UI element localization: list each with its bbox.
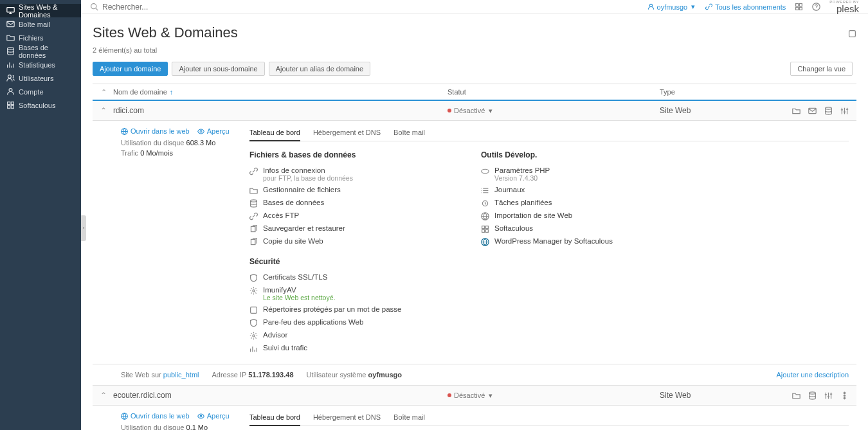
preview-link[interactable]: Aperçu (197, 412, 230, 420)
tab-hosting[interactable]: Hébergement et DNS (313, 412, 381, 426)
change-view-button[interactable]: Changer la vue (790, 62, 853, 76)
tool-waf[interactable]: Pare-feu des applications Web (249, 316, 442, 329)
add-alias-button[interactable]: Ajouter un alias de domaine (269, 62, 370, 76)
ext-icon[interactable] (795, 3, 803, 11)
tool-php-settings[interactable]: Paramètres PHPVersion 7.4.30 (481, 165, 674, 184)
tool-scheduled[interactable]: Tâches planifiées (481, 197, 674, 210)
sidebar-collapse-handle[interactable]: ‹ (81, 215, 86, 241)
tool-wp-manager[interactable]: WordPress Manager by Softaculous (481, 235, 674, 248)
files-icon[interactable] (792, 107, 800, 115)
add-domain-button[interactable]: Ajouter un domaine (93, 62, 168, 76)
domain-row[interactable]: ⌃ rdici.com Désactivé ▾ Site Web (93, 101, 856, 121)
sidebar-item-databases[interactable]: Bases de données (0, 44, 81, 58)
tab-dashboard[interactable]: Tableau de bord (249, 412, 300, 426)
search-input[interactable] (102, 3, 295, 12)
domain-name: ecouter.rdici.com (113, 391, 448, 400)
tool-connection-info[interactable]: Infos de connexionpour FTP, la base de d… (249, 165, 442, 184)
column-type[interactable]: Type (660, 88, 788, 96)
mail-icon[interactable] (808, 107, 817, 115)
collapse-icon[interactable]: ⌃ (100, 392, 107, 399)
tool-site-import[interactable]: Importation de site Web (481, 210, 674, 222)
sidebar-item-statistics[interactable]: Statistiques (0, 58, 81, 71)
tool-traffic-monitor[interactable]: Suivi du trafic (249, 342, 442, 355)
tool-file-manager[interactable]: Gestionnaire de fichiers (249, 184, 442, 197)
total-count: 2 élément(s) au total (93, 46, 856, 54)
sidebar-item-websites[interactable]: Sites Web & Domaines (0, 4, 81, 17)
tool-protected-dirs[interactable]: Répertoires protégés par un mot de passe (249, 303, 442, 316)
status-dot-icon (448, 393, 451, 397)
status-chip[interactable]: Désactivé ▾ (448, 107, 660, 114)
table-header: ⌃ Nom de domaine ↑ Statut Type (93, 84, 856, 101)
section-security-heading: Sécurité (249, 257, 442, 266)
tool-site-copy[interactable]: Copie du site Web (249, 235, 442, 248)
tool-backup[interactable]: Sauvegarder et restaurer (249, 222, 442, 235)
tab-dashboard[interactable]: Tableau de bord (249, 127, 300, 141)
topbar: oyfmusgo ▾ Tous les abonnements POWERED … (81, 0, 868, 14)
chevron-down-icon: ▾ (487, 107, 494, 114)
collapse-icon[interactable]: ⌃ (100, 107, 107, 114)
svg-point-20 (91, 4, 96, 9)
tool-softaculous[interactable]: Softaculous (481, 222, 674, 235)
brand-logo: POWERED BY plesk (829, 0, 859, 13)
sidebar: Sites Web & Domaines Boîte mail Fichiers… (0, 0, 81, 430)
sidebar-item-label: Bases de données (19, 44, 75, 59)
column-name[interactable]: Nom de domaine (113, 88, 167, 96)
sidebar-item-label: Fichiers (19, 34, 44, 42)
sidebar-item-account[interactable]: Compte (0, 85, 81, 98)
section-files-heading: Fichiers & bases de données (249, 150, 442, 159)
domain-detail: Ouvrir dans le web Aperçu Utilisation du… (93, 121, 856, 364)
expand-all-icon[interactable]: ⌃ (100, 89, 107, 96)
sidebar-item-label: Compte (19, 88, 44, 96)
domain-type: Site Web (660, 391, 788, 400)
add-description-link[interactable]: Ajouter une description (776, 371, 849, 379)
tool-ftp[interactable]: Accès FTP (249, 210, 442, 222)
sidebar-item-label: Statistiques (19, 61, 55, 69)
domain-name: rdici.com (113, 106, 448, 115)
sidebar-item-label: Sites Web & Domaines (19, 3, 75, 19)
preview-link[interactable]: Aperçu (197, 127, 230, 135)
section-dev-heading: Outils Dévelop. (481, 150, 674, 159)
subscriptions-link[interactable]: Tous les abonnements (705, 3, 786, 11)
search-icon (90, 3, 98, 11)
add-subdomain-button[interactable]: Ajouter un sous-domaine (172, 62, 264, 76)
sidebar-item-files[interactable]: Fichiers (0, 31, 81, 44)
database-icon[interactable] (824, 107, 833, 115)
tab-mail[interactable]: Boîte mail (393, 412, 425, 426)
sidebar-item-label: Softaculous (19, 102, 55, 109)
domain-footer: Site Web sur public_html Adresse IP 51.1… (93, 364, 856, 386)
tool-advisor[interactable]: Advisor (249, 329, 442, 342)
tab-hosting[interactable]: Hébergement et DNS (313, 127, 381, 141)
column-status[interactable]: Statut (448, 88, 660, 96)
tool-ssl[interactable]: Certificats SSL/TLS (249, 271, 442, 284)
database-icon[interactable] (808, 391, 817, 400)
sort-asc-icon: ↑ (170, 88, 174, 96)
more-icon[interactable] (840, 391, 849, 400)
sidebar-item-softaculous[interactable]: Softaculous (0, 98, 81, 112)
help-icon[interactable] (812, 3, 820, 11)
domain-detail: Ouvrir dans le web Aperçu Utilisation du… (93, 406, 856, 430)
sidebar-item-users[interactable]: Utilisateurs (0, 71, 81, 85)
sidebar-item-label: Utilisateurs (19, 75, 53, 82)
files-icon[interactable] (792, 391, 800, 400)
tool-imunify[interactable]: ImunifyAVLe site Web est nettoyé. (249, 284, 442, 303)
tool-logs[interactable]: Journaux (481, 184, 674, 197)
settings-icon[interactable] (840, 107, 849, 115)
open-web-link[interactable]: Ouvrir dans le web (121, 127, 190, 135)
tab-mail[interactable]: Boîte mail (393, 127, 425, 141)
settings-icon[interactable] (824, 391, 833, 400)
chevron-down-icon: ▾ (690, 4, 696, 10)
tool-databases[interactable]: Bases de données (249, 197, 442, 210)
sidebar-item-mail[interactable]: Boîte mail (0, 17, 81, 31)
chevron-down-icon: ▾ (487, 392, 494, 399)
layout-toggle-icon[interactable] (848, 30, 856, 38)
open-web-link[interactable]: Ouvrir dans le web (121, 412, 190, 420)
domain-row[interactable]: ⌃ ecouter.rdici.com Désactivé ▾ Site Web (93, 386, 856, 406)
user-menu[interactable]: oyfmusgo ▾ (647, 3, 697, 11)
domain-type: Site Web (660, 106, 788, 115)
docroot-link[interactable]: public_html (163, 371, 199, 379)
page-title: Sites Web & Domaines (93, 24, 238, 41)
status-dot-icon (448, 109, 451, 112)
sidebar-item-label: Boîte mail (19, 21, 50, 28)
status-chip[interactable]: Désactivé ▾ (448, 391, 660, 399)
